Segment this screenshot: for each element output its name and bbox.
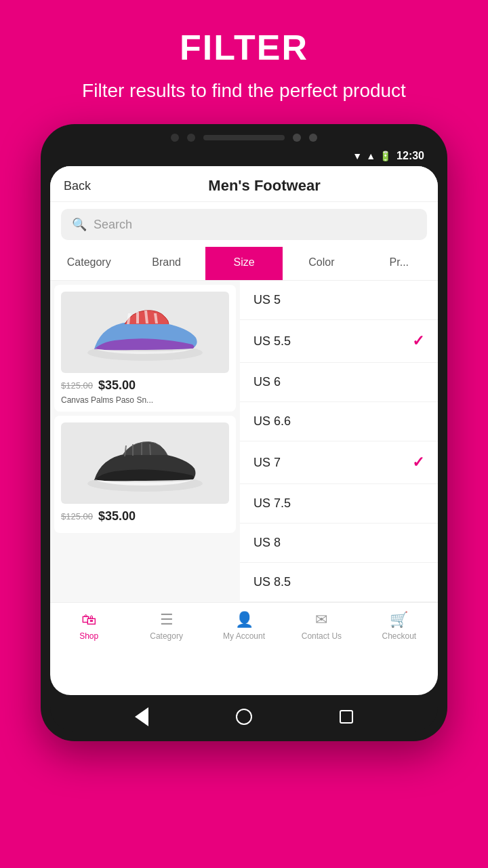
back-hardware-btn[interactable]	[132, 707, 151, 726]
sensor-dot-2	[309, 134, 317, 142]
bottom-nav: 🛍 Shop ☰ Category 👤 My Account ✉ Contact…	[50, 602, 438, 650]
status-bar: ▼ ▲ 🔋 12:30	[50, 147, 438, 166]
filter-size-list: US 5 US 5.5 ✓ US 6 US 6.6 US 7 ✓ US 7.5	[240, 281, 438, 602]
back-button[interactable]: Back	[64, 179, 91, 193]
status-time: 12:30	[396, 150, 424, 162]
size-label-us6: US 6	[253, 375, 281, 389]
size-label-us8: US 8	[253, 536, 281, 550]
tab-size[interactable]: Size	[205, 247, 283, 280]
product-image-2	[61, 422, 229, 504]
nav-checkout[interactable]: 🛒 Checkout	[361, 608, 438, 644]
shoe-image-2	[81, 429, 209, 497]
size-label-us66: US 6.6	[253, 414, 291, 429]
speaker-bar	[203, 135, 285, 140]
account-icon: 👤	[235, 611, 253, 629]
category-label: Category	[150, 631, 183, 641]
promo-area: FILTER Filter results to find the perfec…	[0, 0, 488, 124]
size-option-us75[interactable]: US 7.5	[240, 484, 438, 524]
battery-icon: 🔋	[380, 151, 391, 161]
sale-price-2: $35.00	[98, 509, 136, 524]
product-image-1	[61, 292, 229, 373]
tab-price[interactable]: Pr...	[361, 247, 438, 280]
check-icon-us55: ✓	[412, 332, 424, 350]
content-area: $125.00 $35.00 Canvas Palms Paso Sn...	[50, 281, 438, 602]
wifi-icon: ▼	[352, 151, 362, 161]
size-option-us8[interactable]: US 8	[240, 524, 438, 563]
sale-price-1: $35.00	[98, 378, 136, 393]
size-label-us55: US 5.5	[253, 334, 291, 349]
home-circle-icon	[236, 709, 252, 725]
product-prices-1: $125.00 $35.00	[61, 378, 229, 393]
phone-screen: Back Men's Footwear 🔍 Search Category Br…	[50, 166, 438, 695]
nav-shop[interactable]: 🛍 Shop	[50, 608, 127, 644]
product-name-1: Canvas Palms Paso Sn...	[61, 395, 229, 405]
check-icon-us7: ✓	[412, 454, 424, 471]
contact-icon: ✉	[315, 611, 327, 629]
size-option-us6[interactable]: US 6	[240, 363, 438, 402]
nav-contact[interactable]: ✉ Contact Us	[283, 608, 360, 644]
search-bar[interactable]: 🔍 Search	[61, 209, 427, 240]
product-card-1[interactable]: $125.00 $35.00 Canvas Palms Paso Sn...	[54, 285, 236, 412]
shoe-image-1	[81, 298, 209, 366]
size-option-us85[interactable]: US 8.5	[240, 563, 438, 602]
products-column: $125.00 $35.00 Canvas Palms Paso Sn...	[50, 281, 240, 602]
camera-dot-2	[187, 134, 195, 142]
search-container: 🔍 Search	[50, 202, 438, 247]
account-label: My Account	[223, 631, 265, 641]
home-hardware-btn[interactable]	[235, 707, 253, 726]
size-option-us55[interactable]: US 5.5 ✓	[240, 320, 438, 363]
nav-account[interactable]: 👤 My Account	[205, 608, 283, 644]
tab-category[interactable]: Category	[50, 247, 127, 280]
app-header: Back Men's Footwear	[50, 166, 438, 202]
checkout-label: Checkout	[382, 631, 416, 641]
size-label-us7: US 7	[253, 456, 281, 470]
size-label-us85: US 8.5	[253, 575, 291, 589]
page-title: Men's Footwear	[104, 177, 424, 195]
nav-category[interactable]: ☰ Category	[127, 608, 205, 644]
original-price-2: $125.00	[61, 511, 93, 521]
status-icons: ▼ ▲ 🔋	[352, 151, 391, 161]
size-option-us66[interactable]: US 6.6	[240, 402, 438, 441]
search-placeholder: Search	[94, 218, 132, 232]
shop-label: Shop	[79, 631, 98, 641]
size-label-us75: US 7.5	[253, 496, 291, 511]
contact-label: Contact Us	[302, 631, 342, 641]
back-triangle-icon	[135, 707, 148, 726]
size-option-us5[interactable]: US 5	[240, 281, 438, 320]
promo-subtitle: Filter results to find the perfect produ…	[41, 77, 447, 104]
phone-bottom-bar	[50, 698, 438, 732]
size-label-us5: US 5	[253, 293, 281, 307]
signal-icon: ▲	[366, 151, 375, 161]
product-card-2[interactable]: $125.00 $35.00	[54, 416, 236, 533]
size-option-us7[interactable]: US 7 ✓	[240, 441, 438, 484]
original-price-1: $125.00	[61, 380, 93, 391]
product-prices-2: $125.00 $35.00	[61, 509, 229, 524]
search-icon: 🔍	[72, 217, 87, 232]
filter-tabs: Category Brand Size Color Pr...	[50, 247, 438, 281]
phone-top-sensors	[50, 134, 438, 142]
checkout-icon: 🛒	[390, 611, 408, 629]
category-icon: ☰	[160, 611, 174, 629]
sensor-dot	[293, 134, 301, 142]
tab-color[interactable]: Color	[283, 247, 360, 280]
phone-frame: ▼ ▲ 🔋 12:30 Back Men's Footwear 🔍 Search…	[41, 124, 447, 741]
recent-apps-icon	[340, 710, 353, 724]
front-camera	[171, 134, 179, 142]
tab-brand[interactable]: Brand	[127, 247, 205, 280]
recent-apps-btn[interactable]	[337, 707, 356, 726]
promo-title: FILTER	[41, 27, 447, 68]
shop-icon: 🛍	[81, 611, 96, 629]
